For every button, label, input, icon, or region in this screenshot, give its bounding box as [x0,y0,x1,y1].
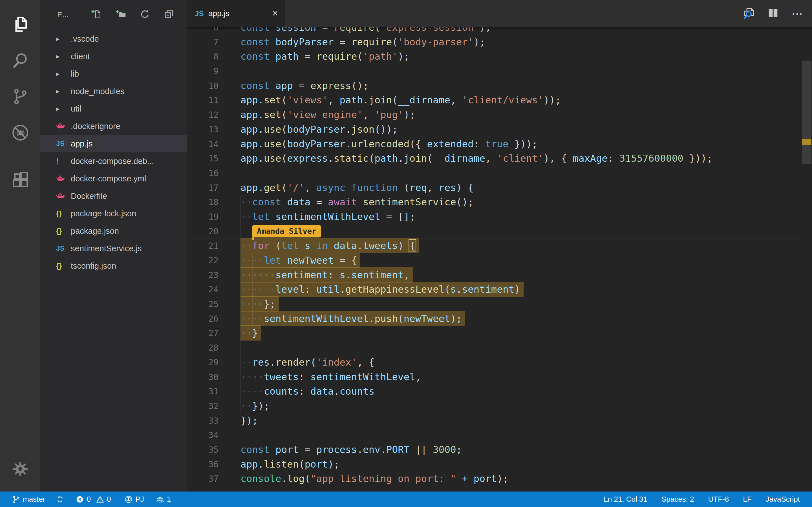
file-row-util[interactable]: ▸util [40,100,187,117]
code-line[interactable]: 14app.use(bodyParser.urlencoded({ extend… [187,137,801,152]
line-number[interactable]: 31 [187,384,218,399]
split-editor-button[interactable] [766,7,780,20]
code-line[interactable]: 37console.log("app listening on port: " … [187,471,801,486]
close-tab-icon[interactable]: ✕ [272,9,278,18]
code-line[interactable]: 9 [187,64,801,78]
settings-activity-item[interactable] [0,457,40,482]
code-line[interactable]: 16 [187,166,801,180]
code-line[interactable]: 23······sentiment: s.sentiment, [187,268,801,283]
new-folder-button[interactable] [115,9,126,20]
file-row-app-js[interactable]: JSapp.js [40,135,187,152]
code-line[interactable]: 31····counts: data.counts [187,384,801,399]
line-number[interactable]: 25 [187,297,218,312]
status-eol[interactable]: LF [743,495,751,504]
line-number[interactable]: 15 [187,151,218,166]
line-number[interactable]: 19 [187,210,218,224]
status-branch[interactable]: master [12,495,45,504]
line-number[interactable]: 20 [187,224,218,239]
line-number[interactable]: 36 [187,457,218,472]
code-line[interactable]: 17app.get('/', async function (req, res)… [187,180,801,195]
code-line[interactable]: 11app.set('views', path.join(__dirname, … [187,93,801,108]
file-row--dockerignore[interactable]: .dockerignore [40,117,187,135]
collapse-all-button[interactable] [163,9,174,20]
code-line[interactable]: 27··} [187,326,801,341]
tab-app-js[interactable]: JS app.js ✕ [187,0,285,27]
code-line[interactable]: 33}); [187,413,801,428]
explorer-activity-item[interactable] [0,13,40,37]
code-line[interactable]: 29··res.render('index', { [187,355,801,370]
line-number[interactable]: 17 [187,180,218,195]
code-line[interactable]: 26····sentimentWithLevel.push(newTweet); [187,312,801,326]
line-number[interactable]: 11 [187,93,218,108]
status-sync[interactable] [56,495,64,504]
code-line[interactable]: 30····tweets: sentimentWithLevel, [187,370,801,385]
line-number[interactable]: 12 [187,108,218,122]
line-number[interactable]: 10 [187,78,218,93]
code-line[interactable]: 25····}; [187,297,801,312]
editor-scrollbar[interactable] [801,27,812,492]
status-live-share[interactable]: PJ [124,495,144,504]
status-language[interactable]: JavaScript [766,495,800,504]
line-number[interactable]: 24 [187,282,218,297]
code-line[interactable]: 20Amanda Silver [187,224,801,239]
line-number[interactable]: 37 [187,471,218,486]
code-line[interactable]: 10const app = express(); [187,78,801,93]
line-number[interactable]: 14 [187,137,218,152]
line-number[interactable]: 29 [187,355,218,370]
code-line[interactable]: 8const path = require('path'); [187,49,801,64]
file-row-docker-compose-deb-[interactable]: !docker-compose.deb... [40,152,187,170]
line-number[interactable]: 7 [187,35,218,50]
file-row-package-json[interactable]: {}package.json [40,222,187,240]
file-row-node-modules[interactable]: ▸node_modules [40,82,187,100]
line-number[interactable]: 13 [187,122,218,137]
file-row--vscode[interactable]: ▸.vscode [40,30,187,48]
line-number[interactable]: 28 [187,341,218,355]
file-row-package-lock-json[interactable]: {}package-lock.json [40,205,187,222]
line-number[interactable]: 30 [187,370,218,385]
code-line[interactable]: 24······level: util.getHappinessLevel(s.… [187,282,801,297]
status-errors[interactable]: 0 [75,495,91,504]
scrollbar-slider[interactable] [802,61,811,164]
line-number[interactable]: 23 [187,268,218,283]
status-warnings[interactable]: 0 [96,495,111,504]
file-row-lib[interactable]: ▸lib [40,65,187,82]
refresh-button[interactable] [139,9,150,20]
line-number[interactable]: 18 [187,195,218,210]
code-line[interactable]: 28 [187,341,801,355]
status-participants[interactable]: 1 [156,495,171,504]
line-number[interactable]: 32 [187,399,218,413]
line-number[interactable]: 26 [187,312,218,326]
code-line[interactable]: 7const bodyParser = require('body-parser… [187,35,801,50]
code-line[interactable]: 21··for (let s in data.tweets) { [187,238,801,253]
code-line[interactable]: 34 [187,428,801,443]
code-line[interactable]: 18··const data = await sentimentService(… [187,195,801,210]
search-activity-item[interactable] [0,49,40,73]
line-number[interactable]: 33 [187,413,218,428]
file-row-tsconfig-json[interactable]: {}tsconfig.json [40,257,187,275]
code-line[interactable]: 36app.listen(port); [187,457,801,472]
code-line[interactable]: 35const port = process.env.PORT || 3000; [187,443,801,457]
file-row-sentimentservice-js[interactable]: JSsentimentService.js [40,240,187,257]
status-indentation[interactable]: Spaces: 2 [661,495,694,504]
status-encoding[interactable]: UTF-8 [708,495,729,504]
code-line[interactable]: 15app.use(express.static(path.join(__dir… [187,151,801,166]
line-number[interactable]: 9 [187,64,218,78]
code-line[interactable]: 32··}); [187,399,801,413]
line-number[interactable]: 35 [187,443,218,457]
line-number[interactable]: 22 [187,253,218,268]
line-number[interactable]: 27 [187,326,218,341]
file-row-client[interactable]: ▸client [40,48,187,65]
debug-disabled-activity-item[interactable] [0,121,40,145]
code-line[interactable]: 19··let sentimentWithLevel = []; [187,210,801,224]
code-line[interactable]: 22····let newTweet = { [187,253,801,268]
more-actions-button[interactable]: ⋯ [791,7,804,20]
code-line[interactable]: 12app.set('view engine', 'pug'); [187,108,801,122]
source-control-activity-item[interactable] [0,85,40,109]
line-number[interactable]: 21 [187,238,218,253]
new-file-button[interactable] [91,9,102,20]
status-cursor-position[interactable]: Ln 21, Col 31 [604,495,647,504]
code-line[interactable]: 13app.use(bodyParser.json()); [187,122,801,137]
extensions-activity-item[interactable] [0,168,40,192]
file-row-dockerfile[interactable]: Dockerfile [40,187,187,205]
line-number[interactable]: 8 [187,49,218,64]
